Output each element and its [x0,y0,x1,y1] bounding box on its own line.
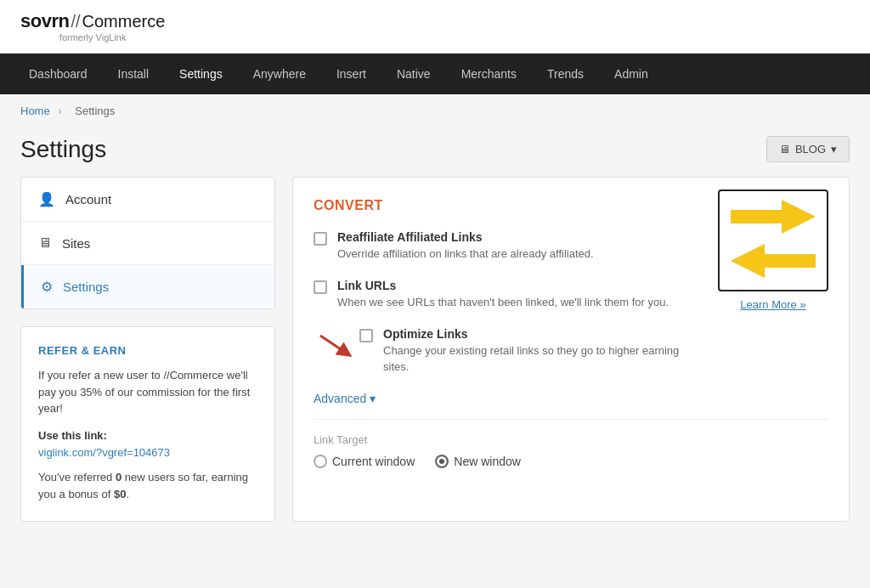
nav-anywhere[interactable]: Anywhere [238,54,321,94]
browser-icon: 🖥 [779,143,790,155]
swap-arrows-icon [718,189,828,291]
radio-new-window[interactable]: New window [435,455,521,468]
red-arrow-svg [314,329,356,359]
sidebar-label-account: Account [65,192,111,206]
nav-trends[interactable]: Trends [532,54,599,94]
refer-earn-card: REFER & EARN If you refer a new user to … [20,326,275,522]
logo: sovrn // Commerce formerly VigLink [20,10,165,42]
sidebar-label-sites: Sites [62,236,90,251]
main-content: 👤 Account 🖥 Sites ⚙ Settings REFER & EAR… [0,177,870,542]
setting-reaffiliate: Reaffiliate Affiliated Links Override af… [314,230,701,262]
logo-sovrn: sovrn [20,10,69,32]
chevron-down-icon: ▾ [370,392,376,405]
nav-dashboard[interactable]: Dashboard [14,54,103,94]
convert-illustration: Learn More » [718,189,828,311]
refer-stats-suffix: . [126,488,129,500]
breadcrumb-separator: › [58,105,61,117]
setting-optimize-wrapper: Optimize Links Change your existing reta… [314,327,701,374]
breadcrumb-current: Settings [75,105,115,117]
link-urls-label: Link URLs [337,279,701,292]
radio-current-window-label: Current window [332,455,415,468]
reaffiliate-desc: Override affiliation on links that are a… [337,246,701,262]
advanced-label: Advanced [314,392,366,405]
refer-stats-amount: $0 [114,488,126,500]
page-title: Settings [20,136,106,163]
sidebar-item-account[interactable]: 👤 Account [21,178,274,222]
gear-icon: ⚙ [41,279,53,295]
sidebar-label-settings: Settings [63,280,109,294]
sidebar-menu: 👤 Account 🖥 Sites ⚙ Settings [20,177,275,309]
browser-icon: 🖥 [38,235,52,251]
refer-stats: You've referred 0 new users so far, earn… [38,469,257,505]
nav-bar: Dashboard Install Settings Anywhere Inse… [0,54,870,94]
optimize-links-checkbox[interactable] [359,329,373,342]
link-target-label: Link Target [314,433,828,446]
logo-commerce: Commerce [82,12,166,31]
radio-current-window[interactable]: Current window [314,455,415,468]
link-urls-checkbox[interactable] [314,280,327,294]
nav-insert[interactable]: Insert [321,54,381,94]
chevron-down-icon: ▾ [831,143,837,155]
red-arrow-annotation [314,327,356,359]
nav-merchants[interactable]: Merchants [446,54,532,94]
nav-admin[interactable]: Admin [599,54,664,94]
setting-link-urls: Link URLs When we see URLs that haven't … [314,279,701,310]
optimize-links-desc: Change your existing retail links so the… [383,343,701,374]
svg-line-0 [320,336,346,353]
refer-link-label: Use this link: [38,429,257,442]
arrows-svg [731,200,816,237]
blog-button-label: BLOG [795,143,826,155]
blog-button[interactable]: 🖥 BLOG ▾ [766,136,850,162]
nav-settings[interactable]: Settings [164,54,238,94]
reaffiliate-checkbox[interactable] [314,232,327,246]
reaffiliate-label: Reaffiliate Affiliated Links [337,230,701,244]
optimize-links-label: Optimize Links [383,327,701,341]
radio-group-link-target: Current window New window [314,455,828,468]
logo-slash: // [71,12,80,31]
right-arrow-shape [731,200,816,234]
sidebar: 👤 Account 🖥 Sites ⚙ Settings REFER & EAR… [20,177,275,522]
refer-stats-prefix: You've referred [38,471,116,483]
arrows-svg-2 [731,244,816,281]
radio-new-window-label: New window [454,455,521,468]
left-arrow-shape [731,244,816,278]
sidebar-item-sites[interactable]: 🖥 Sites [21,222,274,265]
person-icon: 👤 [38,191,55,207]
content-panel: Learn More » CONVERT Reaffiliate Affilia… [292,177,850,522]
refer-description: If you refer a new user to //Commerce we… [38,367,257,417]
radio-circle-current[interactable] [314,455,327,468]
breadcrumb: Home › Settings [0,94,870,127]
logo-formerly: formerly VigLink [20,32,165,42]
radio-circle-new[interactable] [435,455,449,468]
link-urls-desc: When we see URLs that haven't been linke… [337,295,701,310]
refer-title: REFER & EARN [38,344,257,357]
nav-native[interactable]: Native [381,54,446,94]
refer-link[interactable]: viglink.com/?vgref=104673 [38,446,170,459]
learn-more-link[interactable]: Learn More » [718,298,828,311]
logo-bar: sovrn // Commerce formerly VigLink [0,0,870,54]
link-target-section: Link Target Current window New window [314,419,828,468]
page-header: Settings 🖥 BLOG ▾ [0,127,870,177]
nav-install[interactable]: Install [103,54,165,94]
advanced-button[interactable]: Advanced ▾ [314,392,376,405]
sidebar-item-settings[interactable]: ⚙ Settings [21,265,274,308]
breadcrumb-home[interactable]: Home [20,105,50,117]
